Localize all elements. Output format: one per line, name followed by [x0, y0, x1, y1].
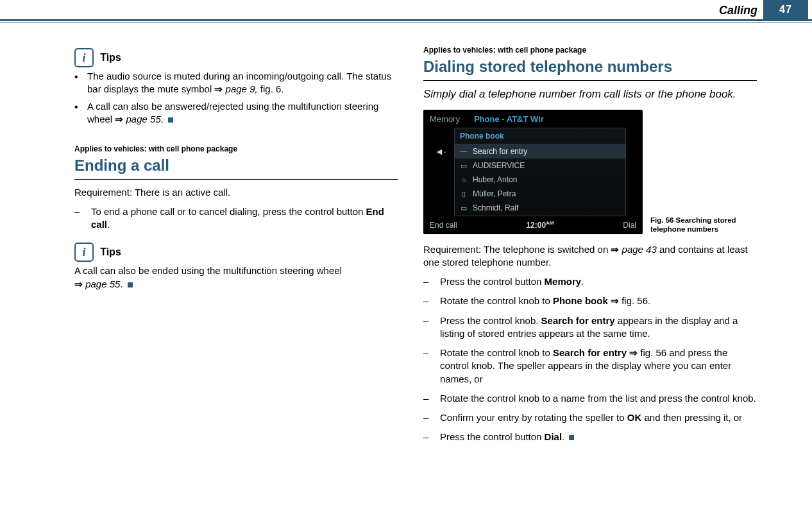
dash-icon: –: [423, 411, 440, 424]
step-end-call-text: To end a phone call or to cancel dialing…: [91, 205, 398, 232]
fig-bottom-left: End call: [430, 220, 457, 230]
header-rule-thin: [0, 22, 812, 22]
dash-icon: –: [423, 431, 440, 443]
figure-56-screen: Memory Phone - AT&T Wir ◄· ▶ Phone book …: [423, 110, 643, 234]
section-heading-ending-call: Ending a call: [74, 155, 398, 176]
fig-row-1-label: AUDISERVICE: [473, 160, 525, 171]
dash-icon: –: [423, 295, 440, 307]
section-heading-dialing: Dialing stored telephone numbers: [423, 56, 757, 77]
req-ref: page 43: [622, 244, 657, 255]
fig-clock: 12:00AM: [526, 220, 554, 230]
step-2-text: Rotate the control knob to Phone book ⇒ …: [440, 295, 757, 307]
fig-panel: Phone book — Search for entry ▭ AUDISERV…: [454, 128, 626, 216]
section-rule: [74, 179, 398, 180]
fig-bottom-right: Dial: [623, 220, 636, 230]
tips-2-a: A call can also be ended using the multi…: [74, 265, 342, 276]
s6-b: and then pressing it, or: [641, 412, 742, 423]
s7-b: .: [562, 431, 564, 442]
dash-icon: –: [423, 392, 440, 405]
dash-icon: –: [423, 275, 440, 288]
s2-a: Rotate the control knob to: [440, 295, 553, 306]
page: Calling 47 i Tips • The audio source is …: [0, 0, 812, 514]
fig-row-2: ⌂ Huber, Anton: [455, 173, 625, 187]
step-6-text: Confirm your entry by rotating the spell…: [440, 411, 757, 424]
fig-row-3: ▯ Müller, Petra: [455, 187, 625, 201]
s3-bold: Search for entry: [541, 315, 615, 326]
figure-56-caption: Fig. 56 Searching stored telephone numbe…: [650, 216, 740, 234]
tips-label: Tips: [100, 247, 121, 258]
tip-1-part-b: fig. 6.: [258, 83, 284, 94]
arrow-icon: ⇒: [611, 244, 619, 255]
tips-label: Tips: [100, 52, 121, 63]
fig-row-3-label: Müller, Petra: [473, 189, 516, 199]
s1-bold: Memory: [545, 276, 582, 287]
fig-row-4-label: Schmidt, Ralf: [473, 203, 518, 213]
step-end-call: – To end a phone call or to cancel diali…: [74, 205, 398, 232]
tip-1-text: The audio source is muted during an inco…: [87, 70, 398, 96]
fig-top-phone: Phone - AT&T Wir: [474, 114, 544, 125]
s4-a: Rotate the control knob to: [440, 347, 553, 358]
arrow-icon: ⇒: [611, 295, 619, 306]
fig-row-2-label: Huber, Anton: [473, 175, 517, 185]
s2-bold: Phone book: [553, 295, 608, 306]
right-column: Applies to vehicles: with cell phone pac…: [423, 45, 757, 450]
step-1: – Press the control button Memory.: [423, 275, 757, 288]
fig-mobile-icon: ▯: [460, 189, 468, 199]
arrow-icon: ⇒: [214, 83, 223, 94]
step-a: To end a phone call or to cancel dialing…: [91, 206, 366, 217]
figure-56: Memory Phone - AT&T Wir ◄· ▶ Phone book …: [423, 110, 757, 234]
step-7: – Press the control button Dial.: [423, 431, 757, 443]
fig-top-memory: Memory: [430, 114, 460, 125]
s4-bold: Search for entry: [553, 347, 627, 358]
requirement-text: Requirement: There is an active call.: [74, 186, 398, 199]
fig-bottom-bar: End call 12:00AM Dial: [430, 220, 636, 230]
tips-heading-2: i Tips: [74, 243, 398, 262]
left-column: i Tips • The audio source is muted durin…: [74, 48, 398, 291]
bullet-icon: •: [74, 70, 87, 96]
s7-bold: Dial: [545, 431, 562, 442]
tip-item-2: • A call can also be answered/rejected u…: [74, 100, 398, 126]
fig-home-icon: ⌂: [460, 175, 468, 185]
tips-2-ref: page 55: [85, 278, 120, 289]
fig-dash-icon: —: [460, 146, 468, 156]
step-6: – Confirm your entry by rotating the spe…: [423, 411, 757, 424]
section-rule: [423, 80, 757, 81]
step-3: – Press the control knob. Search for ent…: [423, 314, 757, 341]
tip-2-ref: page 55: [126, 114, 161, 124]
fig-row-1: ▭ AUDISERVICE: [455, 158, 625, 173]
tips-2-body: A call can also be ended using the multi…: [74, 264, 398, 291]
dash-icon: –: [423, 347, 440, 386]
dash-icon: –: [423, 314, 440, 341]
fig-card-icon: ▭: [460, 203, 468, 213]
header-section-title: Calling: [719, 4, 757, 17]
fig-row-search-label: Search for entry: [473, 146, 527, 157]
s6-bold: OK: [627, 412, 642, 423]
fig-panel-title: Phone book: [455, 128, 625, 144]
end-block-icon: [569, 435, 574, 440]
tip-2-text: A call can also be answered/rejected usi…: [87, 100, 398, 126]
step-4-text: Rotate the control knob to Search for en…: [440, 347, 757, 386]
page-number-tab: 47: [763, 0, 808, 19]
fig-row-4: ▭ Schmidt, Ralf: [455, 201, 625, 215]
fig-chevron-left-icon: ◄·: [435, 146, 446, 158]
s7-a: Press the control button: [440, 431, 545, 442]
info-icon: i: [74, 48, 94, 67]
step-a-tail: .: [107, 219, 110, 230]
applies-note: Applies to vehicles: with cell phone pac…: [74, 144, 398, 154]
info-icon: i: [74, 243, 94, 262]
header-rule-thick: [0, 19, 812, 21]
tip-1-ref: page 9,: [226, 83, 258, 94]
requirement-text: Requirement: The telephone is switched o…: [423, 243, 757, 270]
s2-b: fig. 56.: [619, 295, 650, 306]
step-5-text: Rotate the control knob to a name from t…: [440, 392, 757, 405]
s6-a: Confirm your entry by rotating the spell…: [440, 412, 627, 423]
req-a: Requirement: The telephone is switched o…: [423, 244, 611, 255]
step-2: – Rotate the control knob to Phone book …: [423, 295, 757, 307]
section-lede: Simply dial a telephone number from call…: [423, 87, 757, 102]
fig-card-icon: ▭: [460, 161, 468, 171]
arrow-icon: ⇒: [629, 347, 638, 358]
s1-b: .: [581, 276, 584, 287]
tip-item-1: • The audio source is muted during an in…: [74, 70, 398, 96]
step-5: – Rotate the control knob to a name from…: [423, 392, 757, 405]
arrow-icon: ⇒: [115, 114, 123, 124]
